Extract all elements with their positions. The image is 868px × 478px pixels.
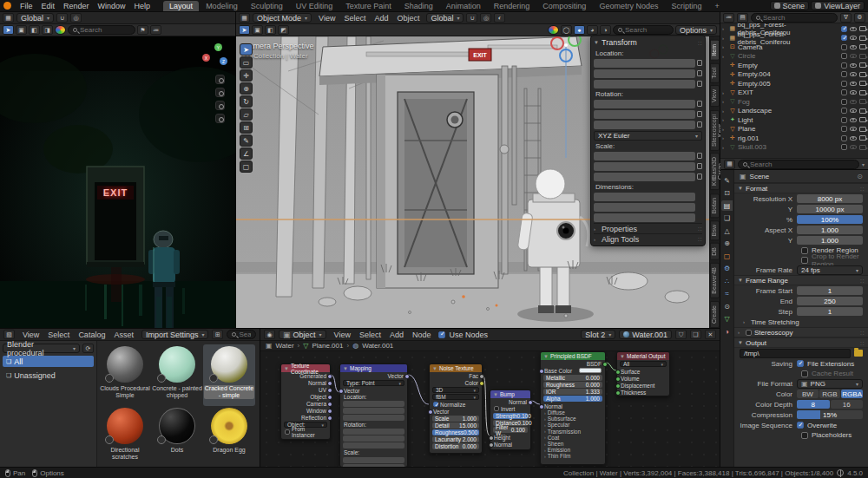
- properties-tab[interactable]: ▢: [721, 251, 733, 261]
- outliner-row[interactable]: › ▽ EXIT: [722, 88, 866, 98]
- menu-item[interactable]: File: [16, 2, 37, 10]
- import-settings-dropdown[interactable]: Import Settings▾: [141, 330, 209, 339]
- editor-type-icon[interactable]: ≔: [723, 13, 734, 23]
- outliner-row[interactable]: › ▽ Plane: [722, 125, 866, 134]
- refresh-icon[interactable]: ⟳: [82, 344, 94, 353]
- lock-icon[interactable]: [697, 174, 702, 180]
- lock-icon[interactable]: [697, 70, 702, 76]
- node-value-field[interactable]: [343, 457, 404, 463]
- properties-tab[interactable]: ⚙: [721, 264, 733, 274]
- slot-dropdown[interactable]: Slot 2▾: [581, 330, 615, 339]
- viewport-menu-item[interactable]: Object: [392, 14, 424, 23]
- node-value-field[interactable]: [343, 435, 404, 442]
- outliner-row[interactable]: › ▦ bq_pps_Forest-debris_Coniferou: [722, 34, 866, 43]
- node-output-socket[interactable]: Window: [281, 407, 330, 414]
- exclude-checkbox[interactable]: [841, 71, 847, 77]
- property-value-field[interactable]: 8000 px: [797, 194, 863, 203]
- folder-icon[interactable]: [854, 350, 863, 357]
- mode-icon-2[interactable]: ◧: [29, 25, 40, 35]
- transform-value-field[interactable]: [594, 193, 695, 201]
- sidebar-tab[interactable]: Beaver4B: [710, 263, 720, 298]
- color-mode-button[interactable]: RGBA: [841, 390, 863, 398]
- workspace-tab[interactable]: Sculpting: [245, 1, 289, 11]
- color-depth-button[interactable]: 16: [831, 400, 864, 409]
- exclude-checkbox[interactable]: [841, 108, 847, 114]
- mode-dropdown[interactable]: Object Mode▾: [253, 13, 312, 23]
- hide-eye-icon[interactable]: [850, 136, 857, 141]
- bsdf-subsection[interactable]: ›Emission: [541, 447, 605, 453]
- exclude-checkbox[interactable]: [841, 62, 847, 69]
- orientation-dropdown[interactable]: Global▾: [426, 13, 464, 23]
- lock-icon[interactable]: [697, 81, 702, 87]
- transform-panel-header[interactable]: ▼ Transform ∷: [594, 37, 702, 48]
- mapping-type-dropdown[interactable]: Type: Point▾: [343, 380, 404, 386]
- outliner-row[interactable]: › ▽ Skull.003: [722, 143, 866, 153]
- viewport-tool-button[interactable]: ▭: [240, 56, 253, 69]
- object-name[interactable]: Camera: [738, 43, 762, 51]
- pin-icon[interactable]: ⊙: [857, 173, 863, 180]
- workspace-tab[interactable]: Shading: [398, 1, 439, 11]
- shader-menu-item[interactable]: Node: [408, 331, 436, 339]
- output-panel-header[interactable]: ▼Output∷: [734, 337, 868, 348]
- asset-card[interactable]: Cracked Concrete - simple: [203, 344, 255, 406]
- viewport-tool-button[interactable]: ✎: [240, 134, 253, 147]
- node-value-field[interactable]: Metallic0.000: [543, 375, 602, 381]
- expand-icon[interactable]: ›: [722, 36, 727, 41]
- layers-icon[interactable]: ≔: [150, 25, 161, 35]
- node-input-socket[interactable]: Height: [490, 434, 530, 441]
- node-output-socket[interactable]: Normal: [490, 398, 530, 405]
- color-mode-button[interactable]: BW: [797, 390, 819, 398]
- node-value-field[interactable]: [343, 442, 404, 449]
- expand-icon[interactable]: ›: [722, 108, 727, 114]
- camera-view-icon[interactable]: [215, 101, 225, 110]
- snap-icon[interactable]: ∪: [56, 13, 68, 23]
- transform-value-field[interactable]: [594, 213, 695, 222]
- cache-result-checkbox[interactable]: [801, 370, 808, 377]
- viewport-tool-button[interactable]: ↻: [240, 95, 253, 108]
- expand-icon[interactable]: ›: [722, 44, 727, 49]
- object-name[interactable]: EXIT: [738, 88, 753, 96]
- mode-icon-3[interactable]: ◨: [42, 25, 53, 35]
- properties-tab[interactable]: ▤: [721, 200, 733, 211]
- outliner-row[interactable]: ✛ Empty.004: [722, 70, 866, 80]
- sidebar-tab[interactable]: KitBash3D Cargo: [710, 153, 720, 190]
- color-swatch[interactable]: [579, 368, 602, 373]
- bsdf-subsection[interactable]: ›Sheen: [541, 441, 605, 447]
- properties-tab[interactable]: ❏: [721, 213, 733, 224]
- navigation-gizmo[interactable]: Y X Z: [202, 43, 228, 69]
- snap-magnet-icon[interactable]: ∪: [466, 13, 477, 23]
- node-canvas[interactable]: ▼Texture Coordinate GeneratedNormalUVObj…: [260, 351, 720, 468]
- outliner-row[interactable]: › ▽ Fog: [722, 97, 866, 107]
- transform-value-field[interactable]: [594, 121, 695, 129]
- object-name[interactable]: Circle: [738, 52, 755, 60]
- file-format-dropdown[interactable]: ▣PNG▾: [797, 379, 863, 389]
- node-value-field[interactable]: Scale1.000: [432, 416, 479, 422]
- duplicate-icon[interactable]: ❏: [690, 330, 701, 339]
- menu-item[interactable]: Render: [59, 2, 94, 10]
- mode-icon-1[interactable]: ▣: [16, 25, 27, 35]
- node-value-field[interactable]: Roughness0.500: [432, 429, 479, 435]
- overwrite-checkbox[interactable]: [797, 422, 804, 429]
- properties-tab[interactable]: △: [721, 226, 733, 236]
- use-nodes-checkbox[interactable]: [438, 331, 445, 338]
- shader-menu-item[interactable]: Select: [355, 331, 385, 339]
- orientation-dropdown[interactable]: Global▾: [16, 13, 54, 23]
- hide-eye-icon[interactable]: [850, 72, 857, 76]
- outliner-search[interactable]: [751, 13, 838, 23]
- hide-eye-icon[interactable]: [850, 127, 857, 131]
- pan-icon[interactable]: [215, 88, 225, 97]
- sidebar-tab[interactable]: Create: [710, 301, 720, 328]
- object-name[interactable]: Light: [738, 116, 753, 124]
- active-tool-icon[interactable]: ➤: [3, 25, 14, 35]
- object-name[interactable]: Empty.004: [738, 70, 771, 78]
- node-texture-coordinate[interactable]: ▼Texture Coordinate GeneratedNormalUVObj…: [280, 363, 331, 440]
- outliner-footer-search[interactable]: [738, 160, 859, 169]
- options-icon[interactable]: ⚙: [854, 13, 865, 23]
- hide-eye-icon[interactable]: [850, 54, 857, 58]
- editor-type-icon[interactable]: ▦: [239, 13, 250, 23]
- node-mapping[interactable]: ▼Mapping Vector Type: Point▾ Vector Loca…: [339, 363, 408, 468]
- node-value-field[interactable]: Roughness0.000: [543, 382, 602, 388]
- node-input-socket[interactable]: Volume: [617, 375, 669, 382]
- expand-icon[interactable]: ›: [722, 145, 727, 150]
- transform-value-field[interactable]: [594, 80, 695, 88]
